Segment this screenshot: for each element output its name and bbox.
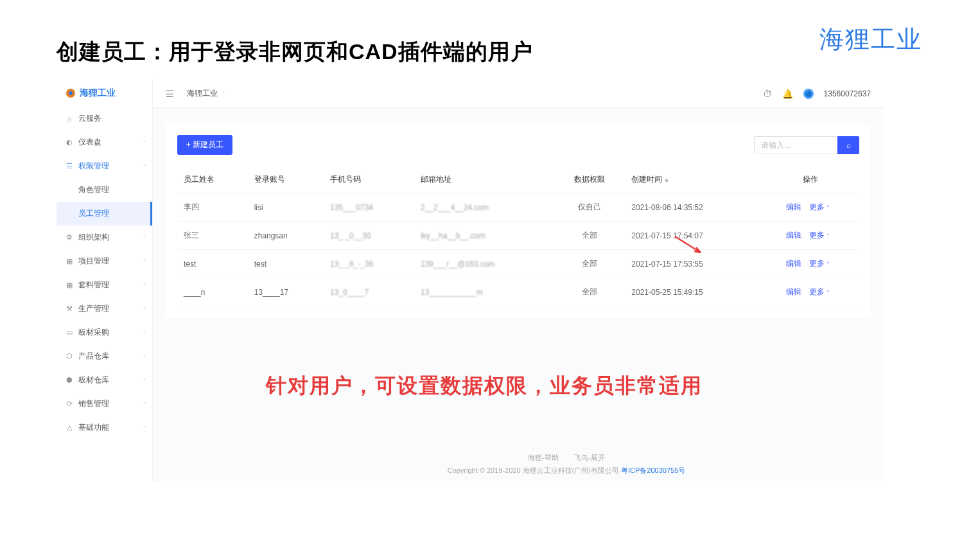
- table-row: 张三 zhangsan 13_ _0__30 lky__ha__b__.com …: [177, 222, 859, 250]
- chevron-down-icon: ˅: [222, 91, 225, 97]
- sidebar-logo[interactable]: 海狸工业: [57, 80, 152, 107]
- table-row: ____n 13____17 13_0____7 13___________m …: [177, 278, 859, 306]
- icp-link[interactable]: 粤ICP备20030755号: [621, 466, 685, 474]
- footer: 海狸-帮助 飞鸟-展开 Copyright © 2019-2020 海狸云工业科…: [249, 452, 884, 477]
- sidebar-item[interactable]: ▦套料管理˅: [57, 273, 152, 297]
- avatar[interactable]: 🔵: [803, 89, 814, 99]
- menu-icon: ⚙: [66, 234, 73, 242]
- annotation-callout: 针对用户，可设置数据权限，业务员非常适用: [266, 372, 703, 400]
- bell-icon[interactable]: 🔔: [782, 89, 793, 99]
- menu-icon: ▦: [66, 258, 73, 265]
- menu-icon: ⚒: [66, 305, 73, 313]
- menu-icon: ⌂: [66, 115, 73, 123]
- menu-toggle-icon[interactable]: ☰: [166, 89, 174, 99]
- org-dropdown[interactable]: 海狸工业 ˅: [187, 88, 225, 99]
- edit-link[interactable]: 编辑: [786, 202, 801, 211]
- clock-icon[interactable]: ⏱: [763, 89, 772, 99]
- chevron-icon: ˅: [143, 235, 146, 240]
- user-phone: 13560072637: [824, 89, 871, 98]
- sidebar-item[interactable]: ☰权限管理˄: [57, 154, 152, 178]
- chevron-icon: ˅: [143, 401, 146, 407]
- sidebar-item[interactable]: ◐仪表盘˅: [57, 130, 152, 154]
- cell-account: 13____17: [248, 278, 324, 306]
- content: + 新建员工 ⌕ 员工姓名 登录账号 手: [153, 108, 884, 333]
- table-row: 李四 lisi 135___0734 2__2___4__24.com 仅自己 …: [177, 193, 859, 222]
- cell-created: 2021-07-15 17:53:55: [625, 250, 761, 278]
- sidebar-item[interactable]: ⌂云服务: [57, 107, 152, 130]
- sidebar-item[interactable]: 员工管理: [57, 202, 152, 226]
- chevron-icon: ˅: [143, 425, 146, 430]
- sidebar-item[interactable]: ⬡产品仓库˅: [57, 344, 152, 368]
- sidebar-item[interactable]: ⟳销售管理˅: [57, 392, 152, 416]
- sidebar-item[interactable]: ▭板材采购˅: [57, 321, 152, 344]
- search-icon: ⌕: [846, 141, 851, 150]
- chevron-icon: ˅: [143, 139, 146, 145]
- chevron-icon: ˅: [143, 258, 146, 264]
- search-input[interactable]: [754, 136, 837, 154]
- cell-email: lky__ha__b__.com: [414, 222, 555, 250]
- menu-icon: ⬢: [66, 377, 73, 384]
- sidebar-item[interactable]: ▦项目管理˅: [57, 249, 152, 273]
- cell-email: 13___________m: [414, 278, 555, 306]
- employee-panel: + 新建员工 ⌕ 员工姓名 登录账号 手: [166, 123, 871, 318]
- cell-action: 编辑 更多 ˅: [761, 193, 859, 222]
- cell-phone: 13_ _0__30: [324, 222, 414, 250]
- th-created[interactable]: 创建时间◆: [625, 166, 761, 193]
- th-name: 员工姓名: [177, 166, 248, 193]
- cell-perm: 仅自己: [555, 193, 626, 222]
- menu-icon: ▭: [66, 329, 73, 337]
- admin-window: 海狸工业 ⌂云服务◐仪表盘˅☰权限管理˄角色管理员工管理⚙组织架构˅▦项目管理˅…: [57, 80, 884, 481]
- cell-perm: 全部: [555, 278, 626, 306]
- th-account: 登录账号: [248, 166, 324, 193]
- footer-links[interactable]: 海狸-帮助 飞鸟-展开: [249, 452, 884, 465]
- more-dropdown[interactable]: 更多 ˅: [809, 202, 829, 211]
- sidebar-logo-text: 海狸工业: [80, 87, 116, 99]
- cell-account: zhangsan: [248, 222, 324, 250]
- chevron-down-icon: ˅: [827, 233, 829, 239]
- org-name: 海狸工业: [187, 89, 218, 98]
- sidebar-item-label: 套料管理: [78, 279, 109, 290]
- sidebar-item[interactable]: ⚙组织架构˅: [57, 226, 152, 249]
- chevron-icon: ˄: [143, 163, 146, 169]
- edit-link[interactable]: 编辑: [786, 231, 801, 240]
- sort-icon: ◆: [665, 177, 669, 183]
- more-dropdown[interactable]: 更多 ˅: [809, 259, 829, 268]
- menu-icon: ⬡: [66, 353, 73, 360]
- sidebar-item-label: 角色管理: [78, 184, 109, 195]
- main-area: ☰ 海狸工业 ˅ ⏱ 🔔 🔵 13560072637 + 新建员工: [153, 80, 884, 481]
- cell-email: 139___r__@163.com: [414, 250, 555, 278]
- cell-name: 张三: [177, 222, 248, 250]
- edit-link[interactable]: 编辑: [786, 259, 801, 268]
- sidebar-item[interactable]: ⚒生产管理˅: [57, 297, 152, 321]
- chevron-icon: ˅: [143, 353, 146, 359]
- th-email: 邮箱地址: [414, 166, 555, 193]
- sidebar-item[interactable]: ⬢板材仓库˅: [57, 368, 152, 392]
- top-bar: ☰ 海狸工业 ˅ ⏱ 🔔 🔵 13560072637: [153, 80, 884, 108]
- menu-icon: ▦: [66, 281, 73, 289]
- chevron-down-icon: ˅: [827, 262, 829, 267]
- sidebar-item[interactable]: △基础功能˅: [57, 416, 152, 439]
- search-button[interactable]: ⌕: [837, 136, 859, 154]
- chevron-down-icon: ˅: [827, 205, 829, 211]
- cell-perm: 全部: [555, 250, 626, 278]
- cell-action: 编辑 更多 ˅: [761, 222, 859, 250]
- cell-created: 2021-07-15 17:54:07: [625, 222, 761, 250]
- sidebar-item-label: 板材采购: [78, 327, 109, 338]
- new-employee-button[interactable]: + 新建员工: [177, 135, 232, 155]
- sidebar-item-label: 员工管理: [78, 208, 109, 219]
- chevron-icon: ˅: [143, 306, 146, 312]
- chevron-icon: ˅: [143, 282, 146, 288]
- more-dropdown[interactable]: 更多 ˅: [809, 231, 829, 240]
- more-dropdown[interactable]: 更多 ˅: [809, 287, 829, 296]
- cell-phone: 13_0____7: [324, 278, 414, 306]
- brand-logo-text: 海狸工业: [819, 23, 922, 56]
- chevron-icon: ˅: [143, 330, 146, 335]
- page-title: 创建员工：用于登录非网页和CAD插件端的用户: [57, 37, 533, 67]
- sidebar-item-label: 权限管理: [78, 161, 109, 172]
- sidebar-item[interactable]: 角色管理: [57, 178, 152, 202]
- table-row: test test 13_ _8_-_36 139___r__@163.com …: [177, 250, 859, 278]
- svg-point-1: [69, 91, 73, 95]
- chevron-down-icon: ˅: [827, 290, 829, 296]
- edit-link[interactable]: 编辑: [786, 287, 801, 296]
- sidebar-item-label: 仪表盘: [78, 137, 101, 148]
